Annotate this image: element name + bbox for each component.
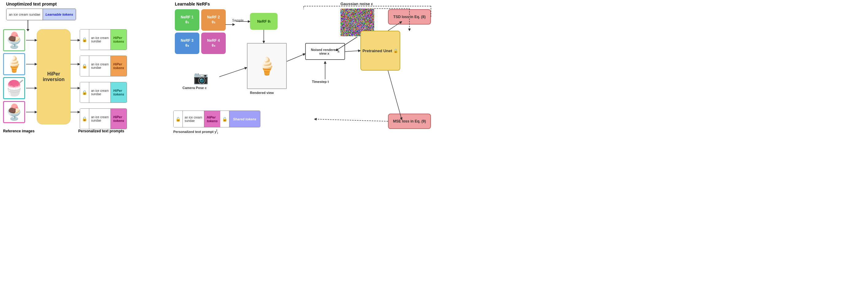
left-section: Unoptimized text prompt an ice cream sun… (0, 0, 172, 144)
learnable-tokens: Learnable tokens (43, 9, 75, 20)
reference-images: 🍨 🍦 🍧 🍨 (3, 29, 25, 123)
nerf-theta-box: NeRF θᵢ (250, 13, 278, 30)
hiper-token-orange: HiPertokens (111, 56, 126, 76)
hiper-inversion-box: HiPer inversion (37, 29, 70, 124)
bottom-prompt-label: Personalized text prompt yli (173, 129, 218, 135)
prompt-text: an ice cream sundae (6, 9, 43, 20)
prompt-row-2: 🔒 an ice creamsundae HiPertokens (80, 56, 127, 77)
tsd-loss-box: TSD loss in Eq. (8) (388, 9, 431, 25)
prompt-row-1: 🔒 an ice creamsundae HiPertokens (80, 29, 127, 50)
svg-line-11 (219, 67, 247, 77)
svg-line-12 (287, 54, 305, 61)
noised-view-box: Noised renderedview xit (305, 43, 345, 60)
pretrained-unet-box: Pretrained Unet 🔒 (361, 31, 400, 70)
diagram: Unoptimized text prompt an ice cream sun… (0, 0, 434, 144)
prompt-row-3: 🔒 an ice creamsundae HiPertokens (80, 82, 127, 103)
hiper-token-green: HiPertokens (111, 29, 126, 50)
prompt-text-4: an ice creamsundae (89, 109, 111, 129)
arrow-down (28, 20, 28, 29)
lock-icon-3: 🔒 (80, 82, 89, 103)
bottom-prompt-row: 🔒 an ice creamsundae HiPertokens 🔒 Share… (173, 111, 260, 127)
shared-tokens-box: Shared tokens (229, 111, 260, 127)
bottom-hiper-token: HiPertokens (204, 111, 220, 127)
nerf-1: NeRF 1θ₁ (175, 9, 199, 31)
hiper-token-cyan: HiPertokens (111, 82, 126, 103)
ref-image-4: 🍨 (3, 101, 25, 123)
sample-label: Sample (232, 19, 244, 22)
personalized-prompts-label: Personalized text prompts (78, 129, 124, 133)
lock-icon-4: 🔒 (80, 109, 89, 129)
camera-label: Camera Pose c (183, 86, 207, 90)
ref-image-2: 🍦 (3, 53, 25, 75)
camera-icon: 📷 (193, 70, 209, 85)
right-section: Learnable NeRFs NeRF 1θ₁ NeRF 2θ₂ NeRF 3… (173, 0, 434, 144)
prompt-text-1: an ice creamsundae (89, 29, 111, 50)
ref-image-3: 🍧 (3, 77, 25, 99)
prompt-text-3: an ice creamsundae (89, 82, 111, 103)
unoptimized-title: Unoptimized text prompt (6, 2, 57, 6)
bottom-lock-icon: 🔒 (174, 111, 183, 127)
nerf-4: NeRF 4θ₄ (201, 33, 226, 54)
svg-line-20 (314, 119, 388, 121)
personalized-prompts: 🔒 an ice creamsundae HiPertokens 🔒 an ic… (80, 29, 127, 129)
nerf-grid: NeRF 1θ₁ NeRF 2θ₂ NeRF 3θ₃ NeRF 4θ₄ (175, 9, 226, 54)
svg-line-19 (388, 70, 402, 120)
gaussian-noise-label: Gaussian noise ε (340, 2, 373, 6)
bottom-prompt-text: an ice creamsundae (183, 111, 204, 127)
nerf-2: NeRF 2θ₂ (201, 9, 226, 31)
svg-line-17 (345, 51, 361, 52)
hiper-token-pink: HiPertokens (111, 109, 126, 129)
timestep-label: Timestep t (312, 80, 329, 84)
mse-loss-box: MSE loss in Eq. (9) (388, 114, 431, 129)
rendered-view: 🍦 (247, 43, 287, 89)
unet-label: Pretrained Unet 🔒 (363, 49, 398, 53)
nerf-3: NeRF 3θ₃ (175, 33, 199, 54)
reference-images-label: Reference images (3, 129, 35, 133)
ref-image-1: 🍨 (3, 29, 25, 51)
prompt-text-2: an ice creamsundae (89, 56, 111, 76)
bottom-lock-icon-2: 🔒 (220, 111, 229, 127)
lock-icon-1: 🔒 (80, 29, 89, 50)
prompt-row-4: 🔒 an ice creamsundae HiPertokens (80, 108, 127, 129)
lock-icon-2: 🔒 (80, 56, 89, 76)
learnable-nerfs-label: Learnable NeRFs (175, 2, 210, 6)
rendered-view-label: Rendered view (250, 91, 274, 94)
unoptimized-prompt-box: an ice cream sundae Learnable tokens (6, 8, 76, 20)
